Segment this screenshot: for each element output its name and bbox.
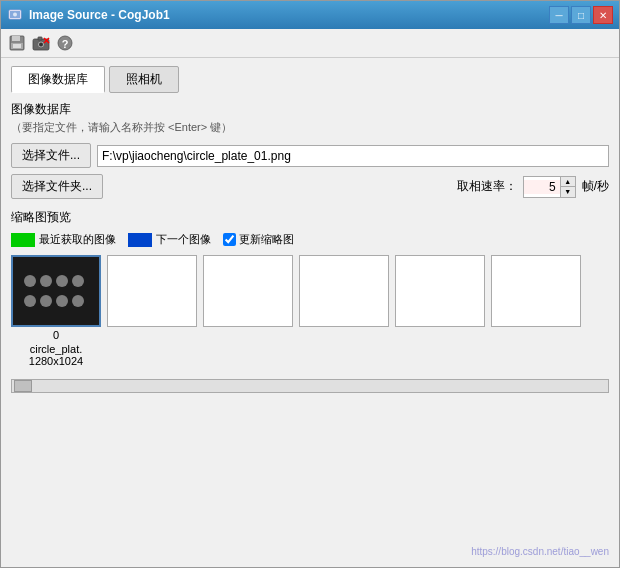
svg-point-2 [13, 13, 17, 17]
svg-point-21 [40, 295, 52, 307]
thumb-container-4 [395, 255, 485, 367]
svg-rect-6 [13, 44, 21, 48]
legend-text-recent: 最近获取的图像 [39, 232, 116, 247]
tab-database[interactable]: 图像数据库 [11, 66, 105, 93]
thumb-2[interactable] [203, 255, 293, 327]
watermark: https://blog.csdn.net/tiao__wen [471, 546, 609, 557]
scrollbar-thumb[interactable] [14, 380, 32, 392]
minimize-button[interactable]: ─ [549, 6, 569, 24]
preview-section: 缩略图预览 最近获取的图像 下一个图像 更新缩略图 [11, 209, 609, 395]
camera-icon[interactable] [31, 33, 51, 53]
thumb-sublabel-0: circle_plat. [30, 343, 83, 355]
preview-title: 缩略图预览 [11, 209, 609, 226]
content-area: 图像数据库 照相机 图像数据库 （要指定文件，请输入名称并按 <Enter> 键… [1, 58, 619, 567]
svg-point-22 [56, 295, 68, 307]
legend-color-recent [11, 233, 35, 247]
svg-rect-10 [38, 37, 42, 40]
thumb-5[interactable] [491, 255, 581, 327]
window-controls: ─ □ ✕ [549, 6, 613, 24]
select-file-button[interactable]: 选择文件... [11, 143, 91, 168]
thumb-container-1 [107, 255, 197, 367]
thumb-container-5 [491, 255, 581, 367]
legend-text-next: 下一个图像 [156, 232, 211, 247]
thumb-4[interactable] [395, 255, 485, 327]
rate-input[interactable] [524, 180, 560, 194]
thumb-container-3 [299, 255, 389, 367]
rate-up-button[interactable]: ▲ [561, 177, 575, 187]
legend-color-next [128, 233, 152, 247]
svg-rect-15 [16, 261, 96, 321]
update-thumbnail-label: 更新缩略图 [239, 232, 294, 247]
help-icon[interactable]: ? [55, 33, 75, 53]
thumb-3[interactable] [299, 255, 389, 327]
svg-point-20 [24, 295, 36, 307]
thumb-container-0: 0 circle_plat. 1280x1024 [11, 255, 101, 367]
section-label: 图像数据库 [11, 101, 609, 118]
file-select-row: 选择文件... [11, 143, 609, 168]
section-sublabel: （要指定文件，请输入名称并按 <Enter> 键） [11, 120, 609, 135]
svg-point-17 [40, 275, 52, 287]
rate-label: 取相速率： [457, 178, 517, 195]
select-folder-button[interactable]: 选择文件夹... [11, 174, 103, 199]
window-icon [7, 7, 23, 23]
legend-row: 最近获取的图像 下一个图像 更新缩略图 [11, 232, 609, 247]
rate-down-button[interactable]: ▼ [561, 187, 575, 197]
title-bar: Image Source - CogJob1 ─ □ ✕ [1, 1, 619, 29]
tab-row: 图像数据库 照相机 [11, 66, 609, 93]
scrollbar-row [11, 377, 609, 395]
legend-item-recent: 最近获取的图像 [11, 232, 116, 247]
tab-camera[interactable]: 照相机 [109, 66, 179, 93]
rate-unit: 帧/秒 [582, 178, 609, 195]
file-path-input[interactable] [97, 145, 609, 167]
svg-point-9 [39, 43, 43, 47]
thumb-0[interactable] [11, 255, 101, 327]
main-window: Image Source - CogJob1 ─ □ ✕ [0, 0, 620, 568]
svg-rect-4 [12, 36, 20, 41]
legend-item-next: 下一个图像 [128, 232, 211, 247]
svg-text:?: ? [62, 38, 69, 50]
thumbnails-row: 0 circle_plat. 1280x1024 [11, 255, 609, 367]
svg-point-23 [72, 295, 84, 307]
toolbar: ? [1, 29, 619, 58]
thumb-label-0: 0 [53, 329, 59, 341]
save-icon[interactable] [7, 33, 27, 53]
thumb-container-2 [203, 255, 293, 367]
rate-input-container: ▲ ▼ [523, 176, 576, 198]
thumb-size-0: 1280x1024 [29, 355, 83, 367]
thumb-image-0 [13, 257, 99, 325]
thumb-1[interactable] [107, 255, 197, 327]
close-button[interactable]: ✕ [593, 6, 613, 24]
svg-point-19 [72, 275, 84, 287]
horizontal-scrollbar[interactable] [11, 379, 609, 393]
update-thumbnail-checkbox-container: 更新缩略图 [223, 232, 294, 247]
maximize-button[interactable]: □ [571, 6, 591, 24]
svg-point-18 [56, 275, 68, 287]
update-thumbnail-checkbox[interactable] [223, 233, 236, 246]
svg-point-16 [24, 275, 36, 287]
rate-spinner: ▲ ▼ [560, 177, 575, 197]
window-title: Image Source - CogJob1 [29, 8, 549, 22]
